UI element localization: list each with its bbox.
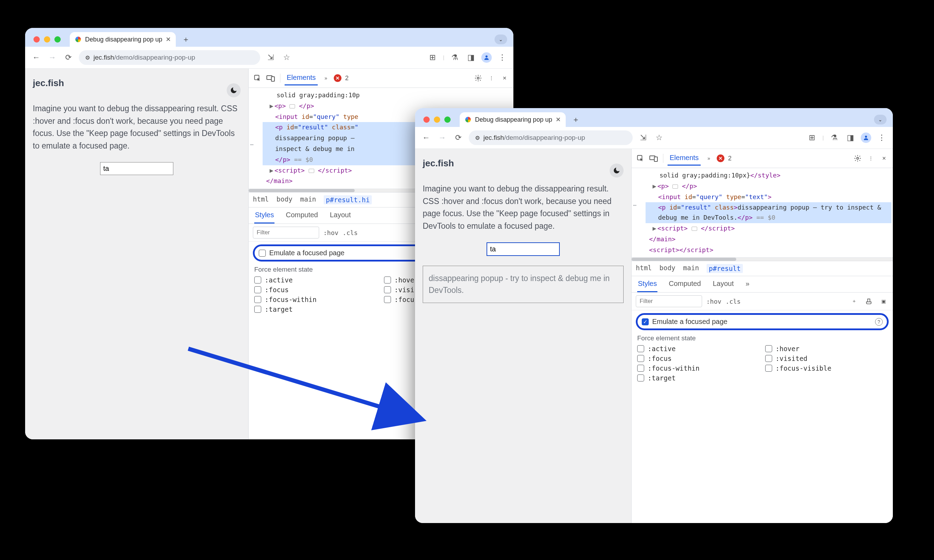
close-tab-icon[interactable]: ✕ [555,116,561,123]
inspect-element-icon[interactable] [635,153,646,163]
dom-tree[interactable]: ⋯ solid gray;padding:10px}</style> ▶<p> … [632,168,893,257]
maximize-window-icon[interactable] [54,36,61,43]
devtools-tab-elements[interactable]: Elements [668,151,701,166]
install-app-icon[interactable]: ⇲ [637,132,649,143]
emulate-focused-page-row[interactable]: ✓ Emulate a focused page ? [636,313,889,330]
close-tab-icon[interactable]: ✕ [166,35,171,43]
crumb-selected[interactable]: p#result [706,264,743,273]
back-button[interactable]: ← [421,132,432,143]
devtools-menu-icon[interactable]: ⋮ [486,73,497,83]
emulate-checkbox[interactable]: ✓ [642,318,649,325]
minimize-window-icon[interactable] [44,36,50,43]
error-badge-icon[interactable]: ✕ [334,74,342,82]
tab-overflow-button[interactable]: ⌄ [495,34,507,44]
devtools-settings-icon[interactable] [473,73,483,83]
address-bar[interactable]: ⚙ jec.fish/demo/disappearing-pop-up [469,131,632,145]
labs-flask-icon[interactable]: ⚗ [829,132,840,143]
query-input[interactable] [486,242,560,256]
devtools-settings-icon[interactable] [852,153,863,163]
cls-toggle[interactable]: .cls [343,229,357,236]
state-focus[interactable]: :focus [637,355,760,362]
browser-tab[interactable]: Debug disappearing pop up ✕ [460,112,566,127]
devtools-close-icon[interactable]: ✕ [879,153,889,163]
site-settings-icon[interactable]: ⚙ [475,135,480,141]
profile-avatar-icon[interactable] [481,52,492,63]
state-focus-visible[interactable]: :focus-visible [765,365,888,372]
devtools-tabs-overflow-icon[interactable]: » [703,153,714,163]
browser-menu-icon[interactable]: ⋮ [497,52,508,63]
forward-button[interactable]: → [437,132,448,143]
crumb-selected[interactable]: p#result.hi [324,195,372,204]
state-focus-within[interactable]: :focus-within [637,365,760,372]
extensions-icon[interactable]: ⊞ [806,132,817,143]
styles-filter-input[interactable] [636,295,702,307]
computed-panel-icon[interactable]: ▣ [878,296,889,306]
device-toggle-icon[interactable] [648,153,659,163]
bookmark-icon[interactable]: ☆ [281,52,292,63]
new-style-rule-icon[interactable]: ＋ [849,296,859,306]
state-visited[interactable]: :visited [765,355,888,362]
devtools-tabs-overflow-icon[interactable]: » [320,73,331,83]
state-focus[interactable]: :focus [254,286,379,294]
theme-toggle-moon-icon[interactable] [609,163,623,177]
paint-brush-icon[interactable] [863,296,874,306]
dom-horizontal-scrollbar[interactable] [632,257,893,261]
cls-toggle[interactable]: .cls [725,298,740,305]
devtools-menu-icon[interactable]: ⋮ [866,153,876,163]
device-toggle-icon[interactable] [265,73,276,83]
crumb-html[interactable]: html [253,195,269,204]
dom-breadcrumbs[interactable]: html body main p#result [632,261,893,276]
new-tab-button[interactable]: ＋ [180,34,192,45]
install-app-icon[interactable]: ⇲ [265,52,276,63]
query-input[interactable] [100,162,173,175]
styles-tabs-overflow-icon[interactable]: » [745,276,750,292]
extensions-icon[interactable]: ⊞ [427,52,438,63]
hov-toggle[interactable]: :hov [706,298,721,305]
devtools-tab-elements[interactable]: Elements [285,71,318,85]
tab-overflow-button[interactable]: ⌄ [874,115,886,125]
help-icon[interactable]: ? [875,318,883,326]
state-focus-within[interactable]: :focus-within [254,296,379,303]
devtools-close-icon[interactable]: ✕ [499,73,510,83]
browser-tab[interactable]: Debug disappearing pop up ✕ [70,32,176,47]
styles-tab-styles[interactable]: Styles [254,208,274,223]
state-hover[interactable]: :hover [765,345,888,352]
state-active[interactable]: :active [637,345,760,352]
crumb-main[interactable]: main [683,264,699,273]
emulate-checkbox[interactable] [259,250,266,257]
state-active[interactable]: :active [254,276,379,284]
inspect-element-icon[interactable] [252,73,263,83]
address-bar[interactable]: ⚙ jec.fish/demo/disappearing-pop-up [79,50,260,65]
profile-avatar-icon[interactable] [861,132,871,143]
site-settings-icon[interactable]: ⚙ [85,54,90,61]
reload-button[interactable]: ⟳ [453,132,464,143]
state-target[interactable]: :target [254,305,379,313]
crumb-body[interactable]: body [277,195,292,204]
crumb-html[interactable]: html [636,264,652,273]
crumb-body[interactable]: body [660,264,675,273]
theme-toggle-moon-icon[interactable] [227,83,241,97]
error-badge-icon[interactable]: ✕ [717,154,725,162]
close-window-icon[interactable] [34,36,40,43]
bookmark-icon[interactable]: ☆ [654,132,665,143]
crumb-main[interactable]: main [300,195,316,204]
styles-tab-computed[interactable]: Computed [285,208,319,223]
forward-button[interactable]: → [47,52,58,63]
reload-button[interactable]: ⟳ [63,52,74,63]
back-button[interactable]: ← [31,52,42,63]
styles-tab-styles[interactable]: Styles [637,276,657,292]
side-panel-icon[interactable]: ◨ [845,132,856,143]
hov-toggle[interactable]: :hov [323,229,338,236]
styles-filter-input[interactable] [253,227,319,238]
minimize-window-icon[interactable] [434,117,440,123]
maximize-window-icon[interactable] [444,117,451,123]
new-tab-button[interactable]: ＋ [570,114,582,126]
side-panel-icon[interactable]: ◨ [465,52,476,63]
labs-flask-icon[interactable]: ⚗ [449,52,460,63]
styles-tab-layout[interactable]: Layout [329,208,352,223]
close-window-icon[interactable] [423,117,430,123]
styles-tab-layout[interactable]: Layout [712,276,734,292]
browser-menu-icon[interactable]: ⋮ [876,132,887,143]
styles-tab-computed[interactable]: Computed [668,276,702,292]
state-target[interactable]: :target [637,374,760,382]
